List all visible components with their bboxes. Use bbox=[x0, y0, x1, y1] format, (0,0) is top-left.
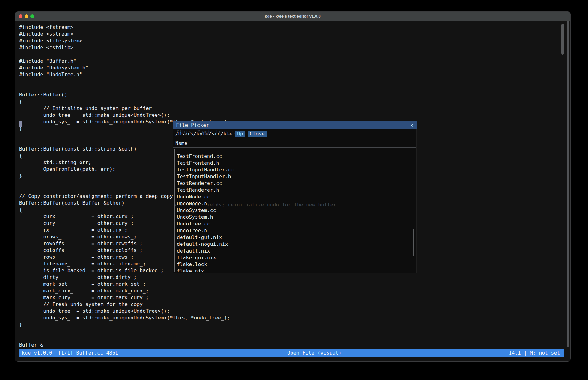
current-path: /Users/kyle/src/kte bbox=[175, 131, 232, 137]
close-button[interactable]: Close bbox=[248, 131, 267, 137]
divider bbox=[173, 139, 416, 139]
window-titlebar[interactable]: kge - kyle's text editor v1.0.0 bbox=[15, 12, 570, 21]
window-scrollbar-track[interactable] bbox=[567, 21, 569, 347]
zoom-window-button[interactable] bbox=[30, 14, 34, 18]
list-item[interactable]: UndoSystem.cc bbox=[177, 207, 415, 214]
list-item[interactable]: default-gui.nix bbox=[177, 234, 415, 241]
path-row: /Users/kyle/src/kte Up Close bbox=[175, 129, 414, 138]
dialog-titlebar[interactable]: File Picker bbox=[173, 121, 417, 129]
minimize-window-button[interactable] bbox=[25, 14, 28, 18]
file-list: TestFrontend.ccTestFrontend.hTestInputHa… bbox=[175, 149, 415, 272]
app-window: kge - kyle's text editor v1.0.0 #include… bbox=[15, 11, 571, 362]
dialog-close-icon[interactable]: ✕ bbox=[410, 121, 413, 129]
traffic-lights bbox=[19, 14, 34, 18]
list-item[interactable]: UndoTree.cc bbox=[177, 221, 415, 227]
divider bbox=[173, 147, 416, 148]
list-item[interactable]: flake.lock bbox=[177, 261, 415, 268]
list-item[interactable]: default-nogui.nix bbox=[177, 241, 415, 248]
list-item[interactable]: UndoNode.h bbox=[177, 200, 415, 207]
list-scrollbar-thumb[interactable] bbox=[413, 229, 414, 256]
dialog-title: File Picker bbox=[176, 122, 209, 128]
status-mode: Open File (visual) bbox=[287, 349, 341, 357]
list-item[interactable]: flake.nix bbox=[177, 268, 415, 272]
name-column-header: Name bbox=[175, 140, 187, 147]
text-cursor bbox=[19, 121, 22, 127]
close-window-button[interactable] bbox=[19, 14, 22, 18]
list-item[interactable]: UndoSystem.h bbox=[177, 214, 415, 221]
list-item[interactable]: TestRenderer.h bbox=[177, 187, 415, 194]
window-title: kge - kyle's text editor v1.0.0 bbox=[265, 14, 321, 18]
list-item[interactable]: UndoTree.h bbox=[177, 227, 415, 234]
file-picker-dialog: File Picker ✕ *this, *undo_tree_); y of … bbox=[173, 121, 417, 273]
status-bar: kge v1.0.0 [1/1] Buffer.cc 486L Open Fil… bbox=[19, 349, 564, 357]
list-item[interactable]: TestRenderer.cc bbox=[177, 180, 415, 187]
status-cursor-info: 14,1 | M: not set bbox=[509, 349, 560, 357]
up-button[interactable]: Up bbox=[235, 131, 245, 137]
list-item[interactable]: flake-gui.nix bbox=[177, 254, 415, 261]
list-item[interactable]: TestInputHandler.cc bbox=[177, 166, 415, 173]
list-item[interactable]: TestInputHandler.h bbox=[177, 173, 415, 180]
list-item[interactable]: TestFrontend.cc bbox=[177, 153, 415, 160]
editor-scrollbar-thumb[interactable] bbox=[561, 24, 564, 55]
list-item[interactable]: default.nix bbox=[177, 248, 415, 254]
list-item[interactable]: UndoNode.cc bbox=[177, 194, 415, 200]
status-file-info: kge v1.0.0 [1/1] Buffer.cc 486L bbox=[22, 349, 118, 357]
list-item[interactable]: TestFrontend.h bbox=[177, 160, 415, 166]
file-listbox: TestFrontend.ccTestFrontend.hTestInputHa… bbox=[174, 149, 415, 272]
editor-area: #include <fstream> #include <sstream> #i… bbox=[15, 21, 570, 361]
